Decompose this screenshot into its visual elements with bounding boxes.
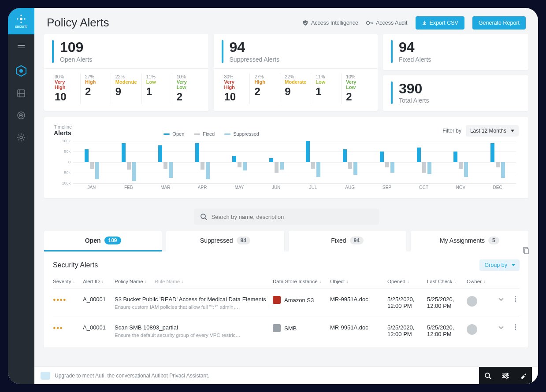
svg-point-6 — [21, 115, 22, 116]
nav-item-policy[interactable] — [14, 63, 29, 78]
timeline-chart: 100k50k050k100k — [54, 141, 519, 194]
svg-point-13 — [506, 373, 508, 375]
menu-toggle[interactable] — [8, 34, 34, 56]
card-total-alerts: 390Total Alerts — [383, 75, 528, 111]
svg-point-2 — [19, 69, 23, 73]
svg-point-7 — [20, 136, 22, 139]
row-more-button[interactable] — [511, 296, 520, 302]
tab-fixed[interactable]: Fixed94 — [289, 231, 406, 251]
chart-legend: Open Fixed Suppressed — [163, 131, 259, 137]
key-icon — [366, 20, 373, 26]
link-access-intelligence[interactable]: Access Intelligence — [302, 20, 358, 26]
expand-row-button[interactable] — [498, 324, 511, 331]
link-access-audit[interactable]: Access Audit — [366, 20, 408, 26]
table-row[interactable]: ●●● A_00001 Scan SMB 10893_partialEnsure… — [53, 317, 520, 345]
severity-dots: ●●● — [53, 325, 63, 330]
footer-sliders-button[interactable] — [497, 367, 514, 385]
chat-icon[interactable] — [41, 372, 50, 380]
search-icon — [200, 213, 207, 220]
download-icon — [422, 20, 427, 26]
nav-item-settings[interactable] — [14, 130, 28, 144]
footer-search-button[interactable] — [479, 367, 497, 385]
severity-dots: ●●●● — [53, 297, 67, 302]
timeline-card: TimelineAlerts Open Fixed Suppressed Fil… — [44, 117, 528, 198]
shield-check-icon — [302, 20, 308, 26]
svg-point-0 — [20, 18, 22, 20]
footer-bar: Upgrade to meet Auti, the conversational… — [34, 366, 538, 384]
card-suppressed-alerts: 94Suppressed Alerts 30%Very High1027%Hig… — [214, 34, 378, 111]
avatar — [467, 324, 477, 335]
nav-item-data[interactable] — [14, 86, 28, 100]
main-content: Policy Alerts Access Intelligence Access… — [34, 8, 538, 384]
row-more-button[interactable] — [511, 324, 520, 330]
groupby-select[interactable]: Group by — [479, 259, 520, 271]
tab-suppressed[interactable]: Suppressed94 — [166, 231, 284, 251]
sidebar: securiti — [8, 8, 34, 384]
export-csv-button[interactable]: Export CSV — [416, 16, 464, 30]
nav-item-radar[interactable] — [14, 108, 28, 122]
copy-icon[interactable] — [522, 247, 529, 256]
filter-label: Filter by — [442, 128, 461, 134]
avatar — [467, 296, 477, 307]
smb-icon — [273, 324, 281, 332]
svg-point-12 — [485, 373, 490, 377]
svg-point-15 — [506, 377, 508, 378]
generate-report-button[interactable]: Generate Report — [472, 16, 526, 30]
svg-point-8 — [367, 21, 370, 24]
svg-rect-11 — [524, 249, 528, 254]
brand-logo: securiti — [8, 8, 34, 34]
footer-message: Upgrade to meet Auti, the conversational… — [55, 373, 209, 379]
table-header: Severity↓ Alert ID↓ Policy Name↓ Rule Na… — [53, 276, 520, 289]
footer-build-button[interactable] — [514, 367, 532, 385]
svg-point-9 — [201, 214, 205, 218]
expand-row-button[interactable] — [498, 296, 511, 303]
card-fixed-alerts: 94Fixed Alerts — [383, 34, 528, 70]
page-title: Policy Alerts — [47, 16, 109, 30]
tab-open[interactable]: Open109 — [44, 231, 162, 251]
alerts-table: Security Alerts Group by Severity↓ Alert… — [44, 251, 528, 348]
search-input[interactable] — [212, 214, 373, 220]
table-row[interactable]: ●●●● A_00001 S3 Bucket Public 'READ' Acc… — [53, 289, 520, 317]
card-open-alerts: 109Open Alerts 30%Very High1027%High222%… — [44, 34, 208, 111]
table-title: Security Alerts — [53, 261, 98, 269]
s3-icon — [273, 296, 281, 304]
search-box[interactable] — [194, 209, 379, 225]
filter-select[interactable]: Last 12 Months — [466, 125, 519, 137]
svg-point-14 — [503, 375, 505, 377]
tab-my assignments[interactable]: My Assignments5 — [411, 231, 528, 251]
